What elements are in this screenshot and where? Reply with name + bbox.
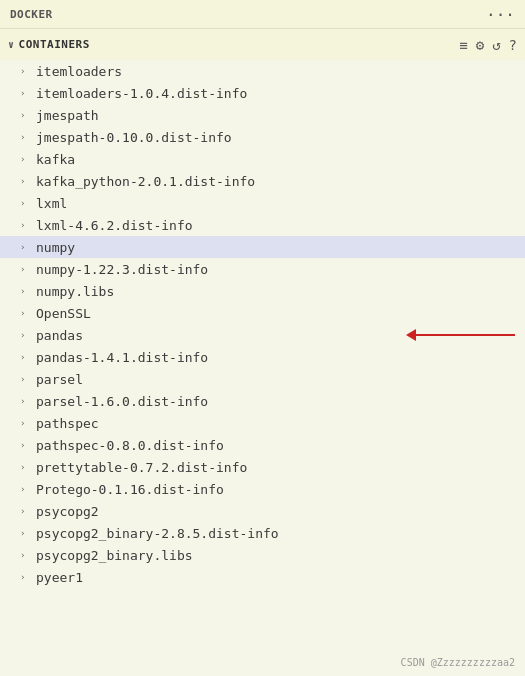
chevron-right-icon: ›	[20, 242, 30, 252]
tree-item[interactable]: ›OpenSSL	[0, 302, 525, 324]
tree-item[interactable]: ›jmespath	[0, 104, 525, 126]
tree-item-label: parsel	[36, 372, 83, 387]
section-label: CONTAINERS	[19, 38, 90, 51]
tree-item-label: itemloaders-1.0.4.dist-info	[36, 86, 247, 101]
chevron-right-icon: ›	[20, 66, 30, 76]
tree-item-label: numpy-1.22.3.dist-info	[36, 262, 208, 277]
section-header: ∨ CONTAINERS ≡ ⚙ ↺ ?	[0, 28, 525, 60]
chevron-right-icon: ›	[20, 550, 30, 560]
tree-item[interactable]: ›numpy-1.22.3.dist-info	[0, 258, 525, 280]
tree-item[interactable]: ›psycopg2_binary.libs	[0, 544, 525, 566]
tree-item[interactable]: ›lxml-4.6.2.dist-info	[0, 214, 525, 236]
tree-item-label: parsel-1.6.0.dist-info	[36, 394, 208, 409]
tree-item[interactable]: ›pathspec-0.8.0.dist-info	[0, 434, 525, 456]
tree-item[interactable]: ›numpy.libs	[0, 280, 525, 302]
tree-item[interactable]: ›kafka	[0, 148, 525, 170]
tree-item-label: pathspec	[36, 416, 99, 431]
chevron-right-icon: ›	[20, 572, 30, 582]
tree-item-label: Protego-0.1.16.dist-info	[36, 482, 224, 497]
tree-item[interactable]: ›parsel-1.6.0.dist-info	[0, 390, 525, 412]
tree-item-label: pyeer1	[36, 570, 83, 585]
tree-item[interactable]: ›psycopg2	[0, 500, 525, 522]
info-icon[interactable]: ?	[509, 37, 517, 53]
section-title-group[interactable]: ∨ CONTAINERS	[8, 38, 90, 51]
arrow-annotation	[406, 329, 515, 341]
chevron-right-icon: ›	[20, 264, 30, 274]
tree-item-label: lxml	[36, 196, 67, 211]
tree-item-label: kafka	[36, 152, 75, 167]
tree-item-label: lxml-4.6.2.dist-info	[36, 218, 193, 233]
tree-item-label: pandas-1.4.1.dist-info	[36, 350, 208, 365]
chevron-right-icon: ›	[20, 440, 30, 450]
chevron-right-icon: ›	[20, 132, 30, 142]
tree-item-label: psycopg2_binary-2.8.5.dist-info	[36, 526, 279, 541]
tree-item[interactable]: ›numpy	[0, 236, 525, 258]
tree-item[interactable]: ›pandas-1.4.1.dist-info	[0, 346, 525, 368]
tree-item-label: pandas	[36, 328, 83, 343]
tree-item[interactable]: ›itemloaders-1.0.4.dist-info	[0, 82, 525, 104]
chevron-right-icon: ›	[20, 484, 30, 494]
section-icons: ≡ ⚙ ↺ ?	[459, 37, 517, 53]
tree-item-label: psycopg2_binary.libs	[36, 548, 193, 563]
chevron-right-icon: ›	[20, 308, 30, 318]
tree-item[interactable]: ›parsel	[0, 368, 525, 390]
chevron-right-icon: ›	[20, 198, 30, 208]
tree-item[interactable]: ›pathspec	[0, 412, 525, 434]
tree-item[interactable]: ›psycopg2_binary-2.8.5.dist-info	[0, 522, 525, 544]
chevron-right-icon: ›	[20, 220, 30, 230]
refresh-icon[interactable]: ↺	[492, 37, 500, 53]
chevron-right-icon: ›	[20, 154, 30, 164]
chevron-right-icon: ›	[20, 374, 30, 384]
tree-item-label: numpy	[36, 240, 75, 255]
tree-item-label: itemloaders	[36, 64, 122, 79]
tree-item[interactable]: ›pandas	[0, 324, 525, 346]
chevron-right-icon: ›	[20, 110, 30, 120]
chevron-right-icon: ›	[20, 506, 30, 516]
tree-item-label: jmespath	[36, 108, 99, 123]
chevron-right-icon: ›	[20, 176, 30, 186]
tree-item[interactable]: ›Protego-0.1.16.dist-info	[0, 478, 525, 500]
gear-icon[interactable]: ⚙	[476, 37, 484, 53]
tree-item-label: pathspec-0.8.0.dist-info	[36, 438, 224, 453]
tree-item[interactable]: ›jmespath-0.10.0.dist-info	[0, 126, 525, 148]
chevron-right-icon: ›	[20, 462, 30, 472]
chevron-right-icon: ›	[20, 330, 30, 340]
chevron-right-icon: ›	[20, 286, 30, 296]
tree-item-label: kafka_python-2.0.1.dist-info	[36, 174, 255, 189]
tree-item[interactable]: ›pyeer1	[0, 566, 525, 588]
tree-item-label: numpy.libs	[36, 284, 114, 299]
chevron-right-icon: ›	[20, 88, 30, 98]
list-icon[interactable]: ≡	[459, 37, 467, 53]
tree-item[interactable]: ›kafka_python-2.0.1.dist-info	[0, 170, 525, 192]
top-bar: DOCKER ···	[0, 0, 525, 28]
top-bar-actions: ···	[486, 5, 515, 24]
tree-item[interactable]: ›prettytable-0.7.2.dist-info	[0, 456, 525, 478]
app-title: DOCKER	[10, 8, 53, 21]
tree-item[interactable]: ›lxml	[0, 192, 525, 214]
tree-item-label: jmespath-0.10.0.dist-info	[36, 130, 232, 145]
chevron-right-icon: ›	[20, 396, 30, 406]
chevron-right-icon: ›	[20, 528, 30, 538]
more-icon[interactable]: ···	[486, 5, 515, 24]
section-chevron[interactable]: ∨	[8, 39, 15, 50]
chevron-right-icon: ›	[20, 352, 30, 362]
chevron-right-icon: ›	[20, 418, 30, 428]
tree-item-label: prettytable-0.7.2.dist-info	[36, 460, 247, 475]
tree-item-label: psycopg2	[36, 504, 99, 519]
tree-item[interactable]: ›itemloaders	[0, 60, 525, 82]
tree-item-label: OpenSSL	[36, 306, 91, 321]
file-tree: ›itemloaders›itemloaders-1.0.4.dist-info…	[0, 60, 525, 676]
